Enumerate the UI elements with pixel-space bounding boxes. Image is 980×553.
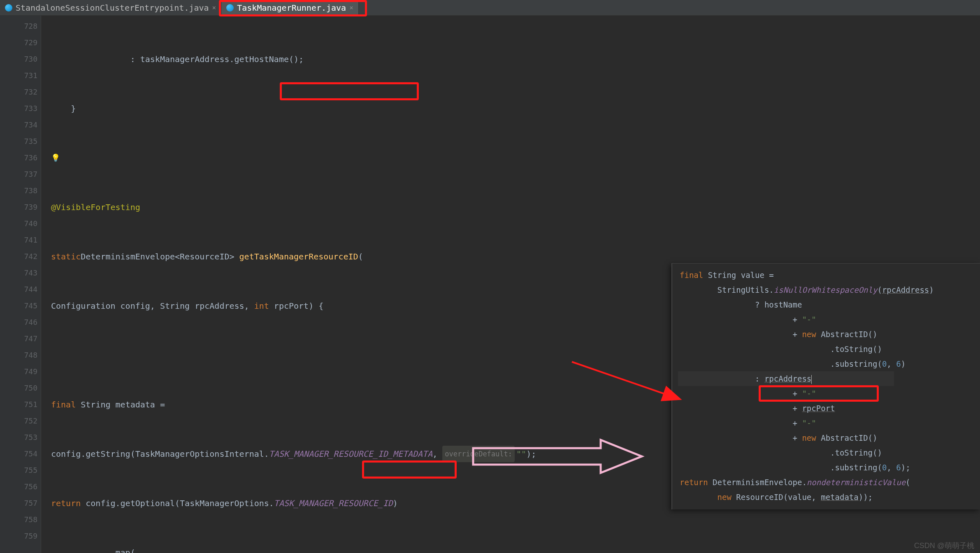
line-number: 747: [0, 331, 37, 347]
java-file-icon: [5, 4, 12, 12]
tab-taskmanager-runner[interactable]: TaskManagerRunner.java ×: [221, 0, 359, 15]
line-number: 758: [0, 511, 37, 528]
line-number-gutter: 7287297307317327337347357367377387397407…: [0, 16, 41, 553]
field-ref: TASK_MANAGER_RESOURCE_ID: [274, 495, 393, 511]
line-number: 728: [0, 18, 37, 35]
code-line: .map(: [51, 544, 135, 553]
tab-label: TaskManagerRunner.java: [237, 3, 346, 13]
line-number: 732: [0, 84, 37, 100]
java-file-icon: [226, 4, 234, 12]
field-ref: TASK_MANAGER_RESOURCE_ID_METADATA: [269, 446, 432, 462]
line-number: 741: [0, 232, 37, 248]
line-number: 748: [0, 347, 37, 363]
line-number: 751: [0, 396, 37, 413]
annotation: @VisibleForTesting: [51, 199, 140, 215]
intention-bulb-icon[interactable]: 💡: [51, 150, 60, 166]
line-number: 745: [0, 298, 37, 314]
line-number: 734: [0, 117, 37, 133]
code-line: : taskManagerAddress.getHostName();: [51, 51, 304, 67]
line-number: 729: [0, 35, 37, 51]
line-number: 759: [0, 528, 37, 544]
line-number: 731: [0, 67, 37, 84]
code-line: }: [51, 100, 76, 117]
line-number: 743: [0, 265, 37, 281]
line-number: 754: [0, 446, 37, 462]
method-name: getTaskManagerResourceID: [239, 248, 358, 265]
line-number: 740: [0, 215, 37, 232]
line-number: 738: [0, 183, 37, 199]
line-number: 752: [0, 413, 37, 429]
close-icon[interactable]: ×: [349, 4, 353, 12]
line-number: 742: [0, 248, 37, 265]
tab-standalone-session[interactable]: StandaloneSessionClusterEntrypoint.java …: [0, 0, 221, 15]
line-number: 755: [0, 462, 37, 479]
close-icon[interactable]: ×: [212, 4, 216, 12]
inlay-hint: overrideDefault:: [442, 446, 515, 462]
line-number: 737: [0, 166, 37, 183]
line-number: 756: [0, 479, 37, 495]
line-number: 753: [0, 429, 37, 446]
line-number: 750: [0, 380, 37, 396]
line-number: 757: [0, 495, 37, 511]
keyword: static: [51, 248, 81, 265]
tab-label: StandaloneSessionClusterEntrypoint.java: [16, 3, 209, 13]
diff-overlay-snippet: final String value = StringUtils.isNullO…: [671, 263, 980, 509]
line-number: 746: [0, 314, 37, 331]
line-number: 733: [0, 100, 37, 117]
line-number: 749: [0, 363, 37, 380]
line-number: 736: [0, 150, 37, 166]
editor-tab-bar: StandaloneSessionClusterEntrypoint.java …: [0, 0, 980, 16]
line-number: 744: [0, 281, 37, 298]
line-number: 730: [0, 51, 37, 67]
line-number: 735: [0, 133, 37, 150]
line-number: 739: [0, 199, 37, 215]
